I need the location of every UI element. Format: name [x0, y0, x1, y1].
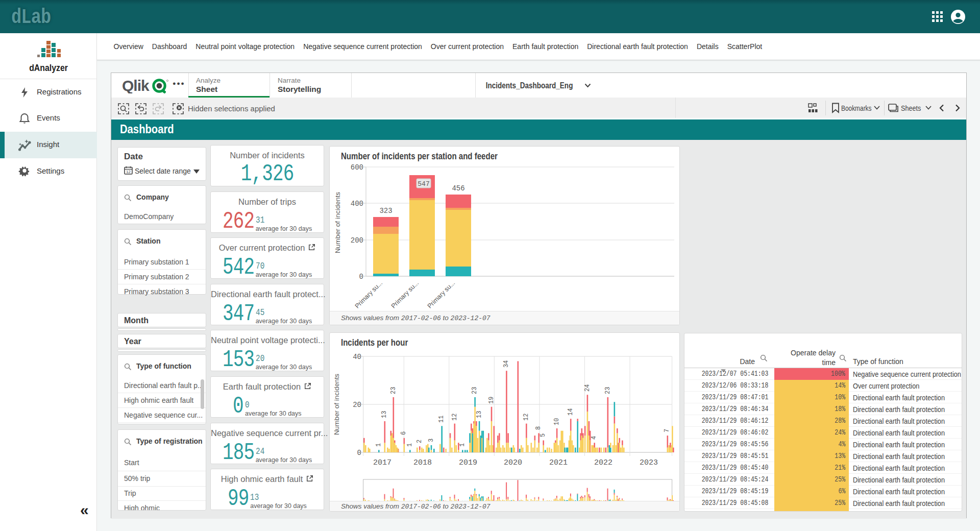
svg-text:34: 34 — [503, 360, 510, 368]
svg-text:23: 23 — [604, 387, 611, 394]
svg-text:13: 13 — [381, 411, 388, 418]
svg-text:7: 7 — [664, 429, 671, 432]
svg-text:1: 1 — [406, 443, 413, 447]
svg-text:13: 13 — [476, 411, 483, 418]
svg-text:10: 10 — [553, 418, 560, 425]
svg-text:Number of incidents: Number of incidents — [333, 374, 340, 435]
svg-text:200: 200 — [351, 236, 363, 245]
svg-text:1: 1 — [375, 443, 382, 447]
svg-text:2017: 2017 — [373, 458, 391, 467]
svg-text:40: 40 — [353, 353, 361, 361]
svg-text:400: 400 — [351, 200, 363, 208]
svg-text:547: 547 — [418, 180, 429, 188]
svg-text:2: 2 — [416, 440, 423, 443]
svg-text:1: 1 — [459, 443, 466, 447]
svg-text:3: 3 — [428, 439, 435, 442]
svg-text:2018: 2018 — [413, 458, 432, 467]
svg-text:5: 5 — [540, 433, 547, 437]
svg-text:2023: 2023 — [640, 458, 658, 467]
svg-text:8: 8 — [535, 426, 542, 430]
svg-text:23: 23 — [471, 387, 478, 394]
svg-text:0: 0 — [359, 273, 363, 281]
svg-text:12: 12 — [451, 414, 458, 421]
svg-text:2022: 2022 — [594, 458, 612, 467]
svg-text:2020: 2020 — [504, 458, 522, 467]
svg-text:4: 4 — [591, 436, 598, 440]
svg-text:Primary su...: Primary su... — [390, 279, 421, 310]
svg-text:600: 600 — [351, 163, 363, 172]
svg-text:2019: 2019 — [459, 458, 477, 467]
svg-text:2021: 2021 — [549, 458, 568, 467]
svg-text:19: 19 — [488, 397, 495, 404]
svg-text:0: 0 — [357, 449, 361, 457]
svg-text:12: 12 — [126, 170, 131, 174]
svg-text:20: 20 — [353, 401, 361, 409]
svg-text:Primary su...: Primary su... — [426, 279, 457, 310]
svg-text:11: 11 — [438, 416, 445, 423]
svg-text:12: 12 — [523, 414, 530, 421]
svg-text:Number of incidents: Number of incidents — [334, 192, 341, 253]
svg-text:24: 24 — [584, 384, 591, 392]
svg-text:Primary su...: Primary su... — [354, 279, 384, 310]
svg-text:456: 456 — [452, 184, 464, 192]
svg-text:6: 6 — [400, 431, 407, 435]
svg-text:323: 323 — [379, 207, 392, 215]
svg-text:14: 14 — [567, 408, 574, 416]
svg-text:23: 23 — [390, 387, 397, 394]
